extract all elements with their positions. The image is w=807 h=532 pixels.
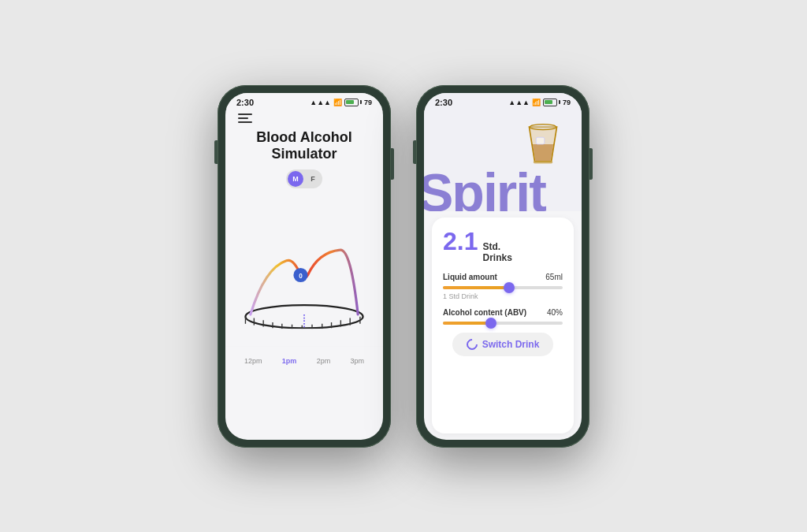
status-bar-2: 2:30 ▲▲▲ 📶 79 (424, 93, 582, 109)
screen2-content: 2.1 Std.Drinks Liquid amount 65ml (424, 211, 582, 440)
time-2: 2:30 (435, 98, 452, 107)
screen1-content: Blood Alcohol Simulator M F (225, 109, 383, 440)
liquid-value: 65ml (545, 273, 563, 281)
abv-label: Alcohol content (ABV) (443, 308, 526, 317)
std-number: 2.1 (443, 227, 478, 256)
refresh-icon (464, 337, 480, 352)
app-title: Blood Alcohol Simulator (238, 129, 370, 163)
drink-card: 2.1 Std.Drinks Liquid amount 65ml (432, 218, 574, 433)
abv-slider-thumb[interactable] (485, 318, 496, 329)
liquid-slider-track[interactable] (443, 286, 563, 289)
svg-rect-23 (534, 161, 553, 164)
title-block: Blood Alcohol Simulator (238, 129, 370, 163)
time-2pm: 2pm (317, 357, 331, 365)
signal-icon-1: ▲▲▲ (310, 99, 331, 106)
battery-pct-1: 79 (364, 99, 372, 106)
phone-1-screen: 2:30 ▲▲▲ 📶 79 (225, 93, 383, 440)
menu-icon[interactable] (238, 113, 252, 123)
liquid-slider-thumb[interactable] (504, 282, 515, 293)
wifi-icon-2: 📶 (532, 99, 541, 106)
abv-slider-track[interactable] (443, 322, 563, 325)
status-icons-1: ▲▲▲ 📶 79 (310, 99, 372, 106)
std-drinks-display: 2.1 Std.Drinks (443, 227, 563, 264)
bac-chart: 0 (225, 196, 383, 354)
gender-toggle[interactable]: M F (286, 169, 322, 188)
phone-2-screen: 2:30 ▲▲▲ 📶 79 Spirit (424, 93, 582, 440)
svg-rect-17 (225, 329, 383, 347)
battery-icon-2 (543, 99, 560, 106)
abv-slider-fill (443, 322, 491, 325)
status-icons-2: ▲▲▲ 📶 79 (508, 99, 571, 106)
switch-drink-button[interactable]: Switch Drink (452, 333, 554, 356)
phone-1: 2:30 ▲▲▲ 📶 79 (218, 85, 391, 448)
liquid-slider-fill (443, 286, 509, 289)
spirit-hero: Spirit (424, 109, 582, 211)
phones-container: 2:30 ▲▲▲ 📶 79 (218, 85, 589, 448)
timeline: 12pm 1pm 2pm 3pm (238, 354, 370, 365)
signal-icon-2: ▲▲▲ (508, 99, 530, 106)
svg-point-22 (530, 124, 556, 129)
gender-female-btn[interactable]: F (305, 171, 321, 187)
abv-section: Alcohol content (ABV) 40% (443, 308, 563, 325)
svg-rect-21 (536, 137, 545, 144)
svg-text:0: 0 (299, 272, 303, 279)
gender-male-btn[interactable]: M (288, 171, 303, 187)
battery-icon-1 (344, 99, 362, 106)
abv-value: 40% (547, 308, 563, 317)
liquid-amount-section: Liquid amount 65ml 1 Std Drink (443, 273, 563, 300)
drink-glass-icon (515, 117, 571, 172)
time-1pm: 1pm (282, 357, 297, 365)
battery-pct-2: 79 (563, 99, 571, 106)
time-1: 2:30 (236, 98, 254, 107)
time-12pm: 12pm (244, 357, 262, 365)
spirit-text: Spirit (424, 166, 545, 211)
status-bar-1: 2:30 ▲▲▲ 📶 79 (225, 93, 383, 109)
wifi-icon-1: 📶 (333, 99, 342, 106)
phone-2: 2:30 ▲▲▲ 📶 79 Spirit (416, 85, 589, 448)
liquid-label: Liquid amount (443, 273, 497, 281)
svg-marker-20 (533, 144, 553, 161)
switch-drink-label: Switch Drink (482, 339, 540, 350)
liquid-sub-label: 1 Std Drink (443, 292, 563, 300)
std-label: Std.Drinks (482, 241, 511, 264)
time-3pm: 3pm (350, 357, 364, 365)
